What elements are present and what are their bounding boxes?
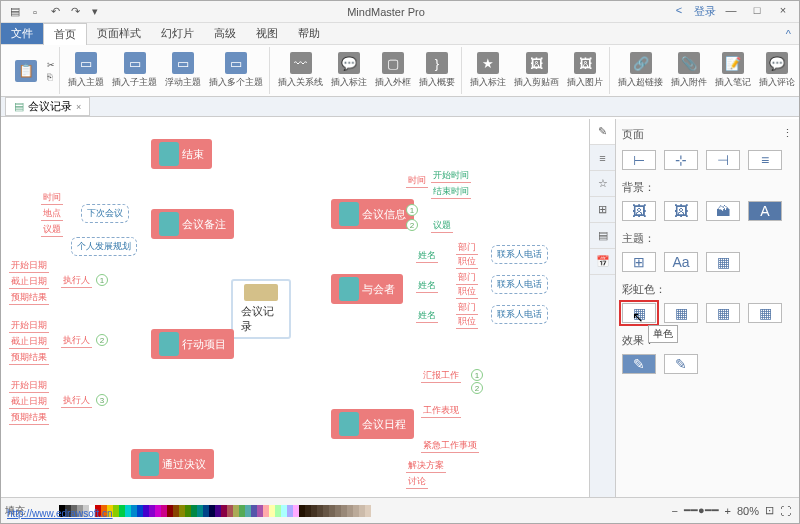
document-tab[interactable]: ▤ 会议记录 × [5, 97, 90, 116]
bg-2[interactable]: 🖼 [664, 201, 698, 221]
leaf-pos3[interactable]: 职位 [456, 315, 478, 329]
leaf-dept2[interactable]: 部门 [456, 271, 478, 285]
sidetab-icon[interactable]: ⊞ [590, 197, 615, 223]
relation-button[interactable]: 〰插入关系线 [276, 50, 325, 91]
zoom-slider[interactable]: ━━●━━ [684, 504, 719, 517]
share-icon[interactable]: < [667, 4, 691, 19]
copy-icon[interactable]: ⎘ [47, 72, 55, 82]
hyperlink-button[interactable]: 🔗插入超链接 [616, 50, 665, 91]
login-link[interactable]: 登录 [693, 4, 717, 19]
layout-2[interactable]: ⊹ [664, 150, 698, 170]
leaf-exec2[interactable]: 执行人 [61, 334, 92, 348]
sidetab-history[interactable]: 📅 [590, 249, 615, 275]
layout-1[interactable]: ⊢ [622, 150, 656, 170]
layout-3[interactable]: ⊣ [706, 150, 740, 170]
close-tab-icon[interactable]: × [76, 102, 81, 112]
leaf-perf[interactable]: 工作表现 [421, 404, 461, 418]
insert-subtopic-button[interactable]: ▭插入子主题 [110, 50, 159, 91]
rainbow-3[interactable]: ▦ [706, 303, 740, 323]
attachment-button[interactable]: 📎插入附件 [669, 50, 709, 91]
qat-new-icon[interactable]: ▤ [7, 4, 23, 20]
leaf-start2[interactable]: 开始日期 [9, 319, 49, 333]
leaf-end1[interactable]: 截止日期 [9, 275, 49, 289]
leaf-dept3[interactable]: 部门 [456, 301, 478, 315]
leaf-exec3[interactable]: 执行人 [61, 394, 92, 408]
leaf-topic[interactable]: 议题 [41, 223, 63, 237]
leaf-plan[interactable]: 个人发展规划 [71, 237, 137, 256]
layout-4[interactable]: ≡ [748, 150, 782, 170]
effect-2[interactable]: ✎ [664, 354, 698, 374]
leaf-report[interactable]: 汇报工作 [421, 369, 461, 383]
tab-home[interactable]: 首页 [43, 23, 87, 45]
leaf-rtime[interactable]: 时间 [406, 174, 428, 188]
node-end[interactable]: 结束 [151, 139, 212, 169]
leaf-end3[interactable]: 截止日期 [9, 395, 49, 409]
tab-help[interactable]: 帮助 [288, 23, 330, 44]
theme-3[interactable]: ▦ [706, 252, 740, 272]
callout-button[interactable]: 💬插入标注 [329, 50, 369, 91]
leaf-discuss[interactable]: 讨论 [406, 475, 428, 489]
leaf-start3[interactable]: 开始日期 [9, 379, 49, 393]
leaf-solution[interactable]: 解决方案 [406, 459, 446, 473]
canvas[interactable]: 会议记录 结束 会议备注 行动项目 通过决议 会议信息 与会者 会议日程 时间 … [1, 119, 589, 497]
theme-1[interactable]: ⊞ [622, 252, 656, 272]
sidetab-page[interactable]: ✎ [590, 119, 615, 145]
paste-button[interactable]: 📋 [9, 58, 43, 84]
note-button[interactable]: 📝插入笔记 [713, 50, 753, 91]
image-button[interactable]: 🖼插入图片 [565, 50, 605, 91]
node-attendee[interactable]: 与会者 [331, 274, 403, 304]
effect-1[interactable]: ✎ [622, 354, 656, 374]
clipart-button[interactable]: 🖼插入剪贴画 [512, 50, 561, 91]
tab-advanced[interactable]: 高级 [204, 23, 246, 44]
node-memo[interactable]: 会议备注 [151, 209, 234, 239]
leaf-exec1[interactable]: 执行人 [61, 274, 92, 288]
sidetab-style[interactable]: ☆ [590, 171, 615, 197]
insert-multiple-button[interactable]: ▭插入多个主题 [207, 50, 265, 91]
node-resolution[interactable]: 通过决议 [131, 449, 214, 479]
leaf-end2[interactable]: 截止日期 [9, 335, 49, 349]
qat-undo-icon[interactable]: ↶ [47, 4, 63, 20]
node-root[interactable]: 会议记录 [231, 279, 291, 339]
leaf-time[interactable]: 时间 [41, 191, 63, 205]
summary-button[interactable]: }插入概要 [417, 50, 457, 91]
mark-button[interactable]: ★插入标注 [468, 50, 508, 91]
leaf-result2[interactable]: 预期结果 [9, 351, 49, 365]
zoom-out-icon[interactable]: − [671, 505, 677, 517]
collapse-ribbon-icon[interactable]: ^ [786, 28, 791, 40]
leaf-place[interactable]: 地点 [41, 207, 63, 221]
leaf-start1[interactable]: 开始日期 [9, 259, 49, 273]
node-info[interactable]: 会议信息 [331, 199, 414, 229]
sidetab-clipart[interactable]: ▤ [590, 223, 615, 249]
comment-button[interactable]: 💬插入评论 [757, 50, 797, 91]
tab-view[interactable]: 视图 [246, 23, 288, 44]
leaf-contact2[interactable]: 联系人电话 [491, 275, 548, 294]
leaf-pos2[interactable]: 职位 [456, 285, 478, 299]
leaf-name2[interactable]: 姓名 [416, 279, 438, 293]
leaf-pos1[interactable]: 职位 [456, 255, 478, 269]
fit-icon[interactable]: ⊡ [765, 504, 774, 517]
qat-dropdown-icon[interactable]: ▾ [87, 4, 103, 20]
insert-topic-button[interactable]: ▭插入主题 [66, 50, 106, 91]
footer-url[interactable]: http://www.edrawsoft.cn [7, 508, 113, 519]
sidetab-outline[interactable]: ≡ [590, 145, 615, 171]
bg-4[interactable]: A [748, 201, 782, 221]
bg-3[interactable]: 🏔 [706, 201, 740, 221]
leaf-contact1[interactable]: 联系人电话 [491, 245, 548, 264]
leaf-result1[interactable]: 预期结果 [9, 291, 49, 305]
bg-1[interactable]: 🖼 [622, 201, 656, 221]
leaf-next[interactable]: 下次会议 [81, 204, 129, 223]
side-menu-icon[interactable]: ⋮ [782, 127, 793, 142]
floating-topic-button[interactable]: ▭浮动主题 [163, 50, 203, 91]
theme-2[interactable]: Aa [664, 252, 698, 272]
maximize-button[interactable]: □ [745, 4, 769, 19]
boundary-button[interactable]: ▢插入外框 [373, 50, 413, 91]
leaf-result3[interactable]: 预期结果 [9, 411, 49, 425]
qat-redo-icon[interactable]: ↷ [67, 4, 83, 20]
zoom-in-icon[interactable]: + [725, 505, 731, 517]
leaf-endtime[interactable]: 结束时间 [431, 185, 471, 199]
fullscreen-icon[interactable]: ⛶ [780, 505, 791, 517]
node-agenda[interactable]: 会议日程 [331, 409, 414, 439]
leaf-name3[interactable]: 姓名 [416, 309, 438, 323]
leaf-starttime[interactable]: 开始时间 [431, 169, 471, 183]
node-action[interactable]: 行动项目 [151, 329, 234, 359]
